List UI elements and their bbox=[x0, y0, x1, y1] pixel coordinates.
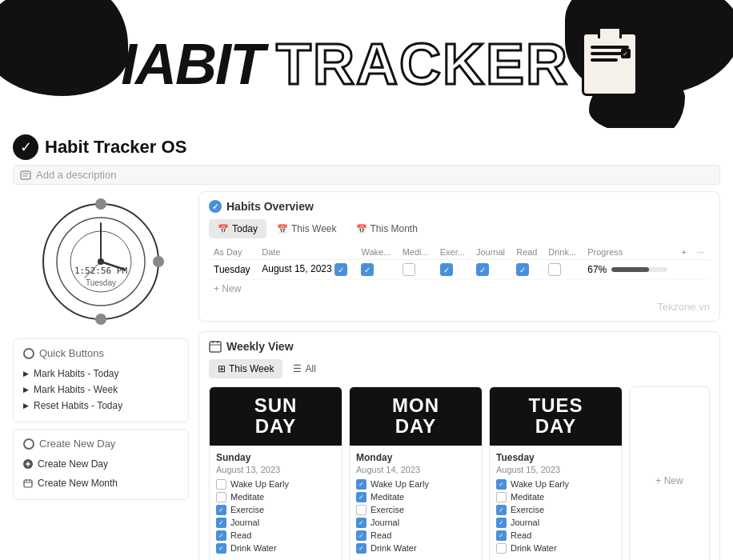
svg-point-9 bbox=[95, 314, 106, 325]
tuesday-date: August 15, 2023 bbox=[496, 465, 615, 474]
monday-cb-4[interactable]: ✓ bbox=[356, 530, 366, 541]
row-journal[interactable]: ✓ bbox=[471, 260, 511, 280]
wake-checkbox[interactable]: ✓ bbox=[361, 263, 374, 276]
svg-point-8 bbox=[153, 256, 164, 267]
day-card-monday: MON DAY Monday August 14, 2023 ✓ Wake Up… bbox=[349, 386, 483, 560]
tuesday-name: Tuesday bbox=[496, 452, 615, 463]
tuesday-habit-0: ✓ Wake Up Early bbox=[496, 479, 615, 490]
svg-rect-0 bbox=[21, 171, 30, 179]
table-header-row: As Day Date Wake... Medi... Exer... Jour… bbox=[209, 245, 710, 260]
svg-rect-18 bbox=[24, 480, 32, 487]
tuesday-cb-4[interactable]: ✓ bbox=[496, 530, 507, 541]
clip-line-3 bbox=[591, 58, 618, 62]
sunday-cb-0[interactable] bbox=[216, 479, 226, 490]
sunday-cb-1[interactable] bbox=[216, 492, 226, 502]
weekly-tabs-row: ⊞ This Week ☰ All bbox=[209, 359, 710, 378]
tab-today[interactable]: 📅 Today bbox=[209, 219, 266, 238]
weekly-tab-all[interactable]: ☰ All bbox=[284, 359, 324, 378]
left-sidebar: 1:52:56 PM Tuesday Quick Buttons ▶ Mark … bbox=[13, 191, 189, 560]
monday-habit-3: ✓ Journal bbox=[356, 518, 475, 528]
journal-checkbox[interactable]: ✓ bbox=[476, 263, 489, 276]
row-drink[interactable] bbox=[543, 260, 583, 280]
play-icon-3: ▶ bbox=[23, 402, 29, 410]
sunday-habit-4: ✓ Read bbox=[216, 530, 335, 541]
sunday-name: Sunday bbox=[216, 452, 335, 463]
progress-label: 67% bbox=[587, 264, 607, 275]
monday-header: MON DAY bbox=[350, 387, 482, 446]
habits-check-icon: ✓ bbox=[209, 200, 222, 213]
monday-cb-1[interactable]: ✓ bbox=[356, 492, 366, 502]
clipboard-icon: ✓ bbox=[582, 32, 638, 96]
tab-this-month[interactable]: 📅 This Month bbox=[347, 219, 427, 238]
monday-body: Monday August 14, 2023 ✓ Wake Up Early ✓… bbox=[350, 446, 482, 560]
row-empty2 bbox=[692, 260, 710, 280]
progress-fill bbox=[611, 267, 649, 272]
exer-checkbox[interactable]: ✓ bbox=[440, 263, 453, 276]
new-day-btn[interactable]: + New bbox=[629, 386, 710, 560]
col-read: Read bbox=[511, 245, 543, 260]
new-row-btn[interactable]: + New bbox=[209, 280, 710, 298]
habit-label: HABIT bbox=[95, 31, 263, 97]
page-title: Habit Tracker OS bbox=[45, 137, 186, 158]
day-cards-row: SUN DAY Sunday August 13, 2023 Wake Up E… bbox=[209, 386, 710, 560]
sunday-cb-5[interactable]: ✓ bbox=[216, 543, 226, 554]
svg-text:Tuesday: Tuesday bbox=[86, 278, 116, 287]
monday-cb-2[interactable] bbox=[356, 505, 366, 515]
tuesday-header: TUES DAY bbox=[490, 387, 622, 446]
quick-buttons-section: Quick Buttons ▶ Mark Habits - Today ▶ Ma… bbox=[13, 338, 189, 422]
sunday-cb-3[interactable]: ✓ bbox=[216, 518, 226, 528]
monday-habit-5: ✓ Drink Water bbox=[356, 543, 475, 554]
clock-svg: 1:52:56 PM Tuesday bbox=[37, 198, 165, 326]
row-date-check[interactable]: ✓ bbox=[334, 263, 347, 276]
row-wake[interactable]: ✓ bbox=[356, 260, 397, 280]
quick-buttons-title: Quick Buttons bbox=[23, 347, 178, 359]
row-medi[interactable] bbox=[398, 260, 435, 280]
svg-point-7 bbox=[95, 198, 106, 210]
mark-habits-week-btn[interactable]: ▶ Mark Habits - Week bbox=[23, 382, 178, 398]
page-check-icon: ✓ bbox=[13, 134, 38, 160]
row-read[interactable]: ✓ bbox=[511, 260, 543, 280]
row-progress: 67% bbox=[583, 260, 676, 280]
sunday-cb-2[interactable]: ✓ bbox=[216, 505, 226, 515]
create-day-icon bbox=[23, 459, 33, 469]
monday-habit-2: Exercise bbox=[356, 505, 475, 515]
read-checkbox[interactable]: ✓ bbox=[516, 263, 529, 276]
tuesday-cb-1[interactable] bbox=[496, 492, 507, 502]
create-day-btn[interactable]: Create New Day bbox=[23, 456, 178, 472]
habits-overview-header: ✓ Habits Overview bbox=[209, 200, 710, 213]
tuesday-body: Tuesday August 15, 2023 ✓ Wake Up Early … bbox=[490, 446, 622, 560]
weekly-tab-this-week[interactable]: ⊞ This Week bbox=[209, 359, 282, 378]
add-description-btn[interactable]: Add a description bbox=[13, 165, 720, 185]
weekly-view-card: Weekly View ⊞ This Week ☰ All bbox=[198, 331, 720, 560]
create-month-btn[interactable]: Create New Month bbox=[23, 475, 178, 491]
clip-check-mark: ✓ bbox=[621, 49, 631, 58]
drink-checkbox[interactable] bbox=[548, 263, 561, 276]
col-drink: Drink... bbox=[543, 245, 583, 260]
row-exer[interactable]: ✓ bbox=[435, 260, 471, 280]
tuesday-cb-5[interactable] bbox=[496, 543, 507, 554]
dot-icon-1 bbox=[23, 459, 33, 469]
reset-habits-today-btn[interactable]: ▶ Reset Habits - Today bbox=[23, 398, 178, 414]
tuesday-cb-3[interactable]: ✓ bbox=[496, 518, 507, 528]
clock-container: 1:52:56 PM Tuesday bbox=[13, 191, 189, 332]
tuesday-cb-0[interactable]: ✓ bbox=[496, 479, 507, 490]
habits-table: As Day Date Wake... Medi... Exer... Jour… bbox=[209, 245, 710, 280]
mark-habits-today-btn[interactable]: ▶ Mark Habits - Today bbox=[23, 366, 178, 382]
sunday-cb-4[interactable]: ✓ bbox=[216, 530, 226, 541]
sunday-habit-3: ✓ Journal bbox=[216, 518, 335, 528]
tuesday-cb-2[interactable]: ✓ bbox=[496, 505, 507, 515]
tab-this-week[interactable]: 📅 This Week bbox=[268, 219, 345, 238]
col-medi: Medi... bbox=[398, 245, 435, 260]
description-icon bbox=[20, 170, 31, 181]
right-content: ✓ Habits Overview 📅 Today 📅 This Week 📅 … bbox=[198, 191, 720, 560]
sunday-habit-5: ✓ Drink Water bbox=[216, 543, 335, 554]
grid-icon: ⊞ bbox=[218, 363, 226, 374]
medi-checkbox[interactable] bbox=[403, 263, 415, 276]
row-date: August 15, 2023 ✓ bbox=[257, 260, 356, 280]
monday-cb-5[interactable]: ✓ bbox=[356, 543, 366, 554]
svg-text:1:52:56 PM: 1:52:56 PM bbox=[74, 266, 128, 276]
add-description-label: Add a description bbox=[36, 169, 116, 181]
header-title-group: HABIT TRACKER ✓ bbox=[95, 31, 638, 97]
monday-cb-0[interactable]: ✓ bbox=[356, 479, 366, 490]
monday-cb-3[interactable]: ✓ bbox=[356, 518, 366, 528]
